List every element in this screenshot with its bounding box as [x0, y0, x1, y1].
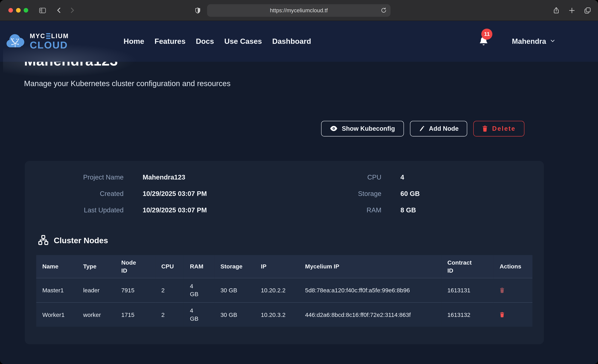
cell-name: Worker1	[36, 302, 77, 327]
page-subtitle: Manage your Kubernetes cluster configura…	[24, 79, 544, 88]
user-menu[interactable]: Mahendra	[512, 37, 555, 46]
cell-mycelium-ip: 446:d2a6:8bcd:8c16:ff0f:72e2:3114:863f	[299, 302, 441, 327]
nav-link-docs[interactable]: Docs	[196, 37, 214, 46]
delete-cluster-button[interactable]: Delete	[473, 121, 524, 136]
col-name: Name	[36, 255, 77, 278]
close-window-button[interactable]	[8, 8, 13, 13]
cell-type: worker	[77, 302, 115, 327]
last-updated-label: Last Updated	[36, 206, 124, 214]
cell-ip: 10.20.3.2	[255, 302, 299, 327]
trash-icon	[482, 125, 488, 132]
ram-value: 8 GB	[400, 206, 532, 214]
col-ip: IP	[255, 255, 299, 278]
cell-ip: 10.20.2.2	[255, 278, 299, 302]
share-icon[interactable]	[553, 7, 560, 14]
cpu-value: 4	[400, 173, 532, 181]
brand-e-bars-icon	[46, 33, 50, 39]
col-node-id: Node ID	[115, 255, 155, 278]
pencil-icon	[419, 125, 425, 132]
cluster-details-card: Project Name Mahendra123 CPU 4 Created 1…	[25, 161, 544, 344]
reload-icon[interactable]	[381, 7, 387, 13]
add-node-label: Add Node	[429, 125, 459, 132]
cell-name: Master1	[36, 278, 77, 302]
add-node-button[interactable]: Add Node	[410, 121, 467, 136]
browser-toolbar: https://myceliumcloud.tf	[0, 0, 598, 21]
table-row: Master1 leader 7915 2 4 GB 30 GB 10.20.2…	[36, 278, 532, 302]
show-kubeconfig-label: Show Kubeconfig	[342, 125, 395, 132]
col-cpu: CPU	[155, 255, 184, 278]
cell-ram: 4 GB	[184, 302, 215, 327]
cell-storage: 30 GB	[214, 302, 255, 327]
brand-logo[interactable]: MYCLIUM CLOUD	[5, 33, 76, 50]
nav-link-dashboard[interactable]: Dashboard	[272, 37, 311, 46]
cell-cpu: 2	[155, 302, 184, 327]
cell-actions	[493, 278, 532, 302]
tab-overview-icon[interactable]	[584, 7, 591, 14]
cell-node-id: 1715	[115, 302, 155, 327]
zoom-window-button[interactable]	[24, 8, 28, 13]
site-navbar: MYCLIUM CLOUD Home Features Docs Use Cas…	[0, 21, 598, 62]
col-ram: RAM	[184, 255, 215, 278]
cell-contract-id: 1613131	[441, 278, 494, 302]
last-updated-value: 10/29/2025 03:07 PM	[142, 206, 311, 214]
project-name-label: Project Name	[36, 173, 124, 181]
created-value: 10/29/2025 03:07 PM	[142, 190, 311, 198]
cell-type: leader	[77, 278, 115, 302]
address-bar[interactable]: https://myceliumcloud.tf	[207, 4, 390, 17]
notifications-button[interactable]: 11	[479, 36, 488, 46]
col-contract-id: Contract ID	[441, 255, 494, 278]
brand-wordmark: MYCLIUM CLOUD	[30, 33, 69, 50]
table-row: Worker1 worker 1715 2 4 GB 30 GB 10.20.3…	[36, 302, 532, 327]
storage-label: Storage	[330, 190, 382, 198]
browser-window: https://myceliumcloud.tf	[0, 0, 598, 364]
col-storage: Storage	[214, 255, 255, 278]
back-icon[interactable]	[55, 7, 63, 14]
page-content: Mahendra123 Manage your Kubernetes clust…	[0, 62, 598, 344]
delete-label: Delete	[492, 125, 515, 132]
cell-actions	[493, 302, 532, 327]
cpu-label: CPU	[330, 173, 382, 181]
nav-links: Home Features Docs Use Cases Dashboard	[124, 37, 311, 46]
delete-node-button[interactable]	[499, 312, 505, 317]
minimize-window-button[interactable]	[16, 8, 21, 13]
notification-count-badge: 11	[482, 28, 493, 40]
cluster-actions: Show Kubeconfig Add Node	[24, 121, 524, 136]
created-label: Created	[36, 190, 124, 198]
cluster-nodes-title: Cluster Nodes	[54, 236, 108, 245]
mycelium-cloud-logo-icon	[5, 33, 26, 50]
ram-label: RAM	[330, 206, 382, 214]
storage-value: 60 GB	[400, 190, 532, 198]
cell-node-id: 7915	[115, 278, 155, 302]
show-kubeconfig-button[interactable]: Show Kubeconfig	[321, 121, 404, 136]
cell-mycelium-ip: 5d8:78ea:a120:f40c:ff0f:a5fe:99e6:8b96	[299, 278, 441, 302]
cell-contract-id: 1613132	[441, 302, 494, 327]
new-tab-icon[interactable]	[568, 7, 576, 14]
privacy-shield-icon[interactable]	[195, 7, 201, 14]
screenshot-stage: https://myceliumcloud.tf	[0, 0, 598, 364]
bell-icon	[479, 41, 488, 48]
col-mycelium-ip: Mycelium IP	[299, 255, 441, 278]
url-text: https://myceliumcloud.tf	[270, 7, 328, 13]
delete-node-button[interactable]	[499, 287, 505, 293]
cell-cpu: 2	[155, 278, 184, 302]
cluster-info-grid: Project Name Mahendra123 CPU 4 Created 1…	[36, 173, 532, 214]
cell-storage: 30 GB	[214, 278, 255, 302]
chevron-down-icon	[550, 38, 555, 45]
forward-icon[interactable]	[68, 7, 76, 14]
nav-link-features[interactable]: Features	[155, 37, 186, 46]
brand-myc: MYC	[30, 33, 45, 39]
user-name: Mahendra	[512, 37, 546, 46]
project-name-value: Mahendra123	[142, 173, 311, 181]
eye-icon	[330, 125, 338, 132]
window-controls	[8, 8, 28, 13]
col-type: Type	[77, 255, 115, 278]
nav-link-home[interactable]: Home	[124, 37, 144, 46]
sidebar-toggle-icon[interactable]	[39, 7, 46, 14]
table-header-row: Name Type Node ID CPU RAM Storage IP Myc…	[36, 255, 532, 278]
network-icon	[38, 235, 49, 247]
brand-lium: LIUM	[51, 33, 69, 39]
nav-link-use-cases[interactable]: Use Cases	[224, 37, 262, 46]
cluster-nodes-header: Cluster Nodes	[38, 235, 532, 247]
cluster-nodes-table: Name Type Node ID CPU RAM Storage IP Myc…	[36, 255, 532, 327]
webpage: MYCLIUM CLOUD Home Features Docs Use Cas…	[0, 21, 598, 364]
